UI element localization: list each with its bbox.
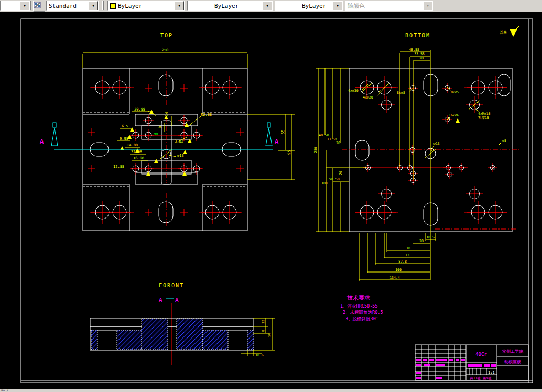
dim-label: 12 bbox=[261, 320, 265, 324]
callout-label: 4x∅30 bbox=[348, 89, 359, 93]
section-arrow-icon bbox=[51, 123, 58, 146]
drill-hole bbox=[218, 76, 241, 99]
dim-label: 100 bbox=[395, 268, 402, 272]
dropdown-arrow-icon[interactable]: ▼ bbox=[20, 1, 29, 10]
front-view-title: FORONT bbox=[159, 282, 184, 288]
text-style-value: Standard bbox=[47, 3, 89, 9]
lineweight-sample-icon bbox=[278, 6, 298, 6]
dim-label: 28 bbox=[336, 141, 340, 145]
scale-label: 1:1 bbox=[488, 371, 495, 375]
hatch-region bbox=[142, 319, 168, 350]
center-mark bbox=[145, 84, 152, 92]
callout-label: 4x∅20 bbox=[363, 95, 373, 100]
dim-label: R2.88 bbox=[201, 113, 212, 117]
tech-note-item: 3、脱模斜度30' bbox=[345, 316, 378, 321]
sheet-info-label: 共13张 第9张 bbox=[470, 376, 492, 380]
toolbar-separator bbox=[30, 1, 32, 10]
plotstyle-combo: 随颜色 ▼ bbox=[345, 1, 433, 11]
dim-label: 100 bbox=[321, 181, 328, 186]
dim-label: 50 bbox=[267, 333, 272, 337]
dropdown-arrow-icon[interactable]: ▼ bbox=[263, 1, 272, 10]
top-view: TOP 250 bbox=[40, 32, 295, 231]
drill-hole bbox=[178, 115, 190, 126]
callout-label: 孔深15 bbox=[478, 116, 489, 120]
datum-triangle-icon bbox=[154, 159, 158, 163]
dim-label: 10.5 bbox=[426, 235, 435, 239]
callout-label: 4xM∅16 bbox=[478, 112, 491, 116]
drill-hole bbox=[108, 201, 131, 224]
callout-label: 8x∅8 bbox=[397, 91, 405, 95]
dropdown-arrow-icon: ▼ bbox=[423, 1, 432, 10]
drawing-canvas[interactable]: TOP 250 bbox=[0, 12, 542, 384]
tapped-hole bbox=[378, 186, 395, 202]
dim-label: 33.58 bbox=[414, 52, 425, 56]
dim-label: 14.88 bbox=[127, 143, 138, 147]
dim-label: 10.6 bbox=[255, 353, 264, 357]
hatch-region bbox=[247, 330, 254, 350]
color-combo[interactable]: ByLayer ▼ bbox=[107, 1, 185, 11]
color-value: ByLayer bbox=[116, 3, 175, 9]
center-mark bbox=[236, 128, 244, 136]
color-swatch-icon bbox=[110, 3, 116, 9]
dim-label: 48.58 bbox=[409, 48, 419, 52]
center-mark bbox=[145, 209, 152, 216]
toolbar: ▼ Standard ▼ ByLayer ▼ ByLayer ▼ ByLayer… bbox=[0, 0, 542, 12]
part-name-label: 动模座板 bbox=[504, 360, 521, 364]
dim-label: 20.88 bbox=[134, 107, 145, 112]
toolbar-separator bbox=[101, 1, 103, 10]
hatch-region bbox=[203, 330, 228, 350]
page-frame bbox=[21, 19, 533, 383]
tapped-hole bbox=[378, 96, 395, 113]
tech-notes-title: 技术要求 bbox=[347, 295, 370, 301]
dim-label: 16.98 bbox=[133, 156, 144, 160]
plotstyle-value: 随颜色 bbox=[345, 2, 423, 10]
callout-label: ∅5 bbox=[502, 139, 506, 143]
dim-label: M8 bbox=[154, 132, 158, 136]
center-mark bbox=[88, 165, 95, 172]
drill-hole bbox=[445, 170, 454, 179]
slot bbox=[355, 140, 369, 160]
dropdown-arrow-icon[interactable]: ▼ bbox=[89, 1, 98, 10]
dim-label: 95 bbox=[287, 150, 291, 155]
tech-notes: 技术要求 1、淬火HRC50~55 2、未标圆角为R0.5 3、脱模斜度30' bbox=[340, 295, 383, 321]
callout-label: 16x∅6 bbox=[449, 113, 459, 117]
drill-hole bbox=[108, 76, 131, 99]
dim-label: ∅13 bbox=[177, 154, 184, 158]
status-bar: ≡o / bbox=[0, 389, 542, 392]
center-mark bbox=[88, 128, 95, 136]
tapped-hole bbox=[466, 186, 483, 202]
lineweight-combo[interactable]: ByLayer ▼ bbox=[275, 1, 343, 11]
center-mark bbox=[180, 84, 188, 92]
lineweight-value: ByLayer bbox=[300, 3, 333, 9]
section-label: A bbox=[275, 138, 279, 145]
dropdown-arrow-icon[interactable]: ▼ bbox=[175, 1, 184, 10]
dim-label: 12.88 bbox=[113, 165, 124, 169]
text-style-combo[interactable]: Standard ▼ bbox=[46, 1, 99, 11]
section-label: A bbox=[40, 138, 44, 145]
drill-hole bbox=[484, 76, 507, 99]
surface-note: 其余 bbox=[500, 30, 507, 35]
drill-hole bbox=[191, 129, 202, 141]
drill-hole bbox=[143, 115, 154, 126]
dim-label: 134.4 bbox=[389, 276, 400, 280]
linetype-combo[interactable]: ByLayer ▼ bbox=[187, 1, 273, 11]
dim-label: 55 bbox=[281, 130, 285, 134]
dim-label: 33.58 bbox=[327, 137, 337, 141]
callout-label: 8x∅5 bbox=[451, 90, 459, 94]
docked-combo[interactable]: ▼ bbox=[0, 1, 30, 11]
callout-label: ∅13 bbox=[433, 141, 440, 146]
top-view-title: TOP bbox=[160, 32, 173, 38]
drill-hole bbox=[457, 163, 466, 172]
company-label: 常州工学院 bbox=[502, 349, 523, 354]
dropdown-arrow-icon[interactable]: ▼ bbox=[333, 1, 342, 10]
dim-label: 70 bbox=[339, 171, 343, 175]
drill-hole bbox=[408, 145, 417, 155]
layer-tool-button[interactable] bbox=[33, 1, 45, 12]
cad-drawing: TOP 250 bbox=[0, 12, 542, 384]
dim-label: 3.82 bbox=[175, 139, 183, 144]
hatch-region bbox=[117, 330, 142, 350]
linetype-value: ByLayer bbox=[212, 3, 263, 9]
datum-triangle-icon bbox=[120, 146, 124, 150]
bottom-view-title: BOTTOM bbox=[405, 32, 430, 38]
drill-hole bbox=[373, 201, 396, 224]
